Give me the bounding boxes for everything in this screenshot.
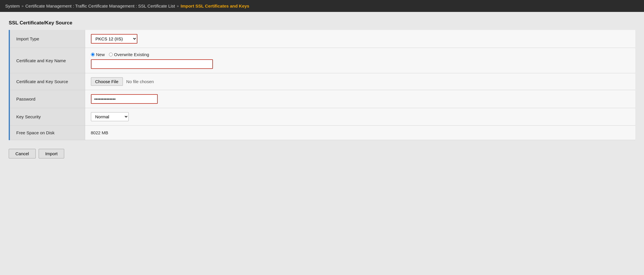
radio-new[interactable] <box>91 53 95 56</box>
key-security-row: Key Security Normal High <box>9 108 635 126</box>
radio-group: New Overwrite Existing <box>91 52 630 57</box>
breadcrumb-sep2: » <box>177 4 179 8</box>
main-content: SSL Certificate/Key Source Import Type R… <box>0 12 644 167</box>
key-security-value-cell: Normal High <box>85 108 635 126</box>
cert-key-source-label: Certificate and Key Source <box>9 73 85 90</box>
breadcrumb-current: Import SSL Certificates and Keys <box>181 3 249 8</box>
cert-key-source-value-cell: Choose File No file chosen <box>85 73 635 90</box>
import-type-row: Import Type Regular PKCS 12 (IIS) SCEP <box>9 30 635 48</box>
radio-overwrite-label[interactable]: Overwrite Existing <box>109 52 149 57</box>
key-security-select[interactable]: Normal High <box>91 112 129 121</box>
choose-file-button[interactable]: Choose File <box>91 77 123 86</box>
cert-name-input[interactable]: Contoso_SAML_Cert <box>91 59 213 69</box>
free-space-row: Free Space on Disk 8022 MB <box>9 126 635 140</box>
breadcrumb-system: System <box>5 3 20 8</box>
action-bar: Cancel Import <box>9 146 635 158</box>
radio-new-label[interactable]: New <box>91 52 105 57</box>
free-space-label: Free Space on Disk <box>9 126 85 140</box>
password-row: Password <box>9 90 635 108</box>
breadcrumb: System » Certificate Management : Traffi… <box>0 0 644 12</box>
password-label: Password <box>9 90 85 108</box>
radio-overwrite[interactable] <box>109 53 113 56</box>
form-table: Import Type Regular PKCS 12 (IIS) SCEP C… <box>9 30 635 140</box>
no-file-text: No file chosen <box>126 79 154 84</box>
free-space-value-cell: 8022 MB <box>85 126 635 140</box>
free-space-value: 8022 MB <box>91 130 108 135</box>
password-value-cell <box>85 90 635 108</box>
import-button[interactable]: Import <box>39 149 64 158</box>
cert-key-name-value-cell: New Overwrite Existing Contoso_SAML_Cert <box>85 48 635 73</box>
radio-new-text: New <box>96 52 105 57</box>
radio-overwrite-text: Overwrite Existing <box>114 52 149 57</box>
key-security-label: Key Security <box>9 108 85 126</box>
cert-key-source-row: Certificate and Key Source Choose File N… <box>9 73 635 90</box>
cancel-button[interactable]: Cancel <box>9 149 36 158</box>
cert-key-name-label: Certificate and Key Name <box>9 48 85 73</box>
breadcrumb-sep1: » <box>21 4 24 8</box>
password-input[interactable] <box>91 94 158 104</box>
import-type-value-cell: Regular PKCS 12 (IIS) SCEP <box>85 30 635 48</box>
section-title: SSL Certificate/Key Source <box>9 20 635 26</box>
import-type-label: Import Type <box>9 30 85 48</box>
file-input-area: Choose File No file chosen <box>91 77 630 86</box>
breadcrumb-cert-mgmt: Certificate Management : Traffic Certifi… <box>25 3 175 8</box>
import-type-select[interactable]: Regular PKCS 12 (IIS) SCEP <box>91 34 137 44</box>
cert-key-name-row: Certificate and Key Name New Overwrite E… <box>9 48 635 73</box>
